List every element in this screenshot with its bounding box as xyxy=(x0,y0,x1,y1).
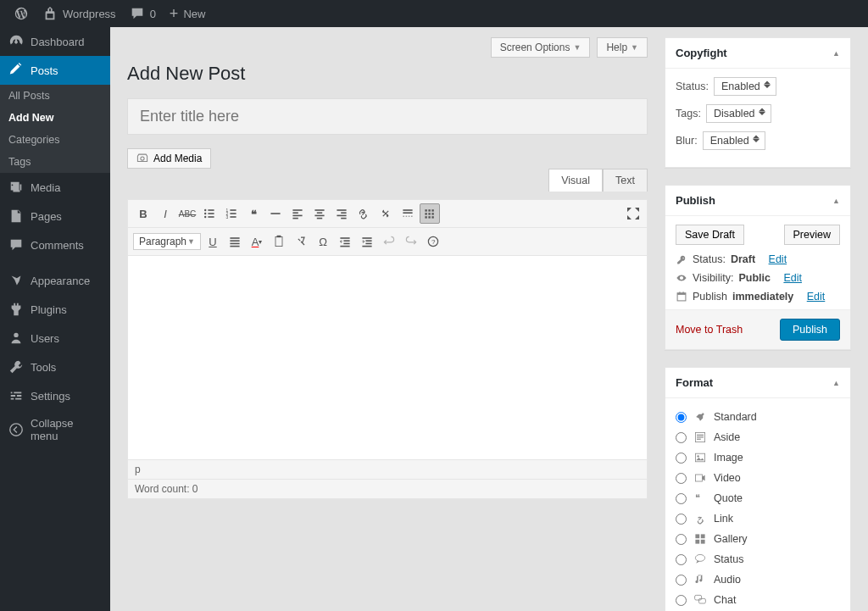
add-media-button[interactable]: Add Media xyxy=(127,148,211,169)
post-title-input[interactable] xyxy=(127,98,648,135)
nav-dashboard[interactable]: Dashboard xyxy=(0,27,110,56)
calendar-icon xyxy=(676,291,687,303)
publish-button[interactable]: Publish xyxy=(780,319,840,341)
format-link[interactable]: Link xyxy=(676,508,840,529)
kitchensink-button[interactable] xyxy=(420,203,440,224)
textcolor-button[interactable]: A▾ xyxy=(247,231,267,252)
expand-button[interactable] xyxy=(625,205,642,222)
indent-button[interactable] xyxy=(357,231,377,252)
svg-rect-21 xyxy=(317,218,322,219)
new-link[interactable]: +New xyxy=(163,0,213,27)
undo-button[interactable] xyxy=(379,231,399,252)
ol-button[interactable]: 123 xyxy=(221,203,242,224)
edit-visibility-link[interactable]: Edit xyxy=(783,272,802,284)
svg-rect-28 xyxy=(425,209,426,211)
svg-rect-46 xyxy=(340,246,349,247)
nav-posts[interactable]: Posts xyxy=(0,56,110,85)
link-button[interactable] xyxy=(353,203,374,224)
blur-select[interactable]: Enabled xyxy=(703,131,765,150)
format-quote[interactable]: ❝Quote xyxy=(676,488,840,508)
nav-plugins[interactable]: Plugins xyxy=(0,295,110,324)
nav-appearance[interactable]: Appearance xyxy=(0,266,110,295)
nav-add-new[interactable]: Add New xyxy=(0,107,110,129)
redo-button[interactable] xyxy=(401,231,421,252)
key-icon xyxy=(676,253,687,265)
status-select[interactable]: Enabled xyxy=(714,77,776,96)
tab-visual[interactable]: Visual xyxy=(548,169,603,192)
panel-head-publish[interactable]: Publish▲ xyxy=(665,186,850,216)
italic-button[interactable]: I xyxy=(155,203,175,224)
nav-settings[interactable]: Settings xyxy=(0,381,110,410)
nav-tags[interactable]: Tags xyxy=(0,151,110,173)
align-center-button[interactable] xyxy=(309,203,330,224)
pushpin-icon xyxy=(693,410,707,424)
svg-rect-31 xyxy=(425,213,426,214)
site-link[interactable]: Wordpress xyxy=(36,0,123,27)
quote-button[interactable]: ❝ xyxy=(243,203,264,224)
format-image[interactable]: Image xyxy=(676,447,840,468)
save-draft-button[interactable]: Save Draft xyxy=(676,225,744,245)
edit-publish-link[interactable]: Edit xyxy=(807,291,826,303)
wp-logo[interactable] xyxy=(7,0,36,27)
quote-icon: ❝ xyxy=(693,492,707,505)
word-count: Word count: 0 xyxy=(128,480,647,498)
svg-rect-48 xyxy=(365,240,371,242)
unlink-button[interactable] xyxy=(376,203,396,224)
help-button[interactable]: Help▼ xyxy=(597,37,648,58)
move-to-trash-link[interactable]: Move to Trash xyxy=(676,324,743,336)
svg-point-3 xyxy=(204,213,206,214)
format-aside[interactable]: Aside xyxy=(676,427,840,447)
panel-head-format[interactable]: Format▲ xyxy=(665,368,850,398)
svg-rect-54 xyxy=(677,293,686,295)
nav-all-posts[interactable]: All Posts xyxy=(0,85,110,107)
bold-button[interactable]: B xyxy=(133,203,153,224)
format-audio[interactable]: Audio xyxy=(676,569,840,590)
editor-path: p xyxy=(128,460,647,480)
paste-text-button[interactable] xyxy=(269,231,289,252)
svg-rect-61 xyxy=(695,453,704,462)
format-select[interactable]: Paragraph▼ xyxy=(133,233,201,250)
more-button[interactable] xyxy=(398,203,418,224)
format-standard[interactable]: Standard xyxy=(676,407,840,427)
tab-text[interactable]: Text xyxy=(603,169,648,192)
nav-pages[interactable]: Pages xyxy=(0,202,110,231)
edit-status-link[interactable]: Edit xyxy=(769,253,787,265)
tags-select[interactable]: Disabled xyxy=(706,104,771,123)
blur-label: Blur: xyxy=(676,135,698,147)
nav-categories[interactable]: Categories xyxy=(0,129,110,151)
editor-content[interactable] xyxy=(128,256,647,459)
ul-button[interactable] xyxy=(199,203,220,224)
preview-button[interactable]: Preview xyxy=(784,225,840,245)
justify-button[interactable] xyxy=(225,231,245,252)
svg-point-0 xyxy=(10,424,22,436)
comments-count: 0 xyxy=(150,8,156,20)
format-gallery[interactable]: Gallery xyxy=(676,529,840,549)
svg-rect-40 xyxy=(230,246,239,247)
nav-users[interactable]: Users xyxy=(0,324,110,353)
svg-point-1 xyxy=(204,209,206,211)
svg-rect-70 xyxy=(695,595,702,600)
svg-rect-39 xyxy=(230,243,239,245)
help-icon-button[interactable]: ? xyxy=(423,231,443,252)
align-left-button[interactable] xyxy=(287,203,308,224)
format-status[interactable]: Status xyxy=(676,549,840,569)
clear-formatting-button[interactable] xyxy=(291,231,311,252)
eye-icon xyxy=(676,272,687,284)
nav-comments[interactable]: Comments xyxy=(0,231,110,259)
special-char-button[interactable]: Ω xyxy=(313,231,333,252)
outdent-button[interactable] xyxy=(335,231,355,252)
format-video[interactable]: Video xyxy=(676,468,840,488)
nav-media[interactable]: Media xyxy=(0,173,110,202)
comments-link[interactable]: 0 xyxy=(123,0,163,27)
nav-collapse[interactable]: Collapse menu xyxy=(0,410,110,449)
svg-text:❝: ❝ xyxy=(695,492,700,503)
hr-button[interactable] xyxy=(265,203,286,224)
underline-button[interactable]: U xyxy=(203,231,223,252)
svg-rect-30 xyxy=(431,209,433,211)
strike-button[interactable]: ABC xyxy=(177,203,198,224)
nav-tools[interactable]: Tools xyxy=(0,353,110,381)
screen-options-button[interactable]: Screen Options▼ xyxy=(491,37,591,58)
format-chat[interactable]: Chat xyxy=(676,590,840,610)
align-right-button[interactable] xyxy=(331,203,352,224)
panel-head-copyfight[interactable]: Copyfight▲ xyxy=(665,38,850,69)
